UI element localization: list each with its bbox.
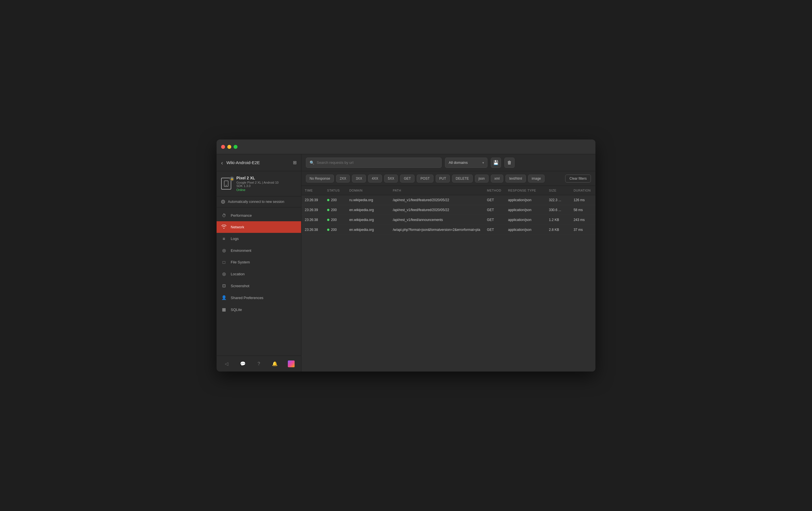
cell-domain: en.wikipedia.org (346, 205, 389, 215)
maximize-button[interactable] (234, 145, 237, 149)
cell-status: 200 (324, 225, 346, 235)
filter-put[interactable]: PUT (436, 174, 450, 183)
cell-time: 23:26:38 (301, 225, 324, 235)
device-lock-badge: 🔒 (230, 177, 234, 181)
content-toolbar: 🔍 All domains ru.wikipedia.org en.wikipe… (301, 154, 596, 171)
search-icon: 🔍 (310, 160, 314, 165)
device-model: Google Pixel 2 XL | Android 10 (236, 181, 297, 184)
device-name: Pixel 2 XL (236, 176, 297, 180)
sidebar-search-icon[interactable]: ⊞ (293, 160, 297, 165)
status-indicator (327, 209, 329, 211)
bell-icon[interactable]: 🔔 (270, 359, 279, 368)
main-layout: ‹ Wiki-Android-E2E ⊞ 🔒 Pixel 2 XL (216, 154, 596, 372)
sidebar-item-network[interactable]: Network (216, 221, 301, 233)
filter-5xx[interactable]: 5XX (384, 174, 398, 183)
cell-size: 1.2 KB (546, 215, 570, 225)
sidebar-item-environment[interactable]: ◎ Environment (216, 244, 301, 257)
sidebar-item-label-network: Network (231, 225, 244, 229)
sidebar-item-label-performance: Performance (231, 213, 252, 218)
sidebar-item-logs[interactable]: ≡ Logs (216, 233, 301, 244)
app-window: ‹ Wiki-Android-E2E ⊞ 🔒 Pixel 2 XL (216, 139, 596, 372)
search-input[interactable] (317, 160, 438, 165)
sidebar-item-label-sqlite: SQLite (231, 307, 242, 312)
filter-label-json: json (478, 177, 485, 181)
filter-label-get: GET (404, 177, 411, 181)
cell-duration: 37 ms (570, 225, 596, 235)
cell-path: /w/api.php?format=json&formatversion=2&e… (389, 225, 484, 235)
cell-domain: ru.wikipedia.org (346, 195, 389, 205)
table-row[interactable]: 23:26:38 200 en.wikipedia.org /api/rest_… (301, 215, 596, 225)
filter-3xx[interactable]: 3XX (352, 174, 366, 183)
sidebar-item-label-logs: Logs (231, 237, 239, 241)
filter-delete[interactable]: DELETE (452, 174, 473, 183)
status-indicator (327, 199, 329, 201)
sidebar-item-shared-preferences[interactable]: 👤 Shared Preferences (216, 292, 301, 304)
sidebar-item-location[interactable]: ◎ Location (216, 268, 301, 280)
filter-label-3xx: 3XX (356, 177, 362, 181)
col-header-size: SIZE (546, 186, 570, 195)
filter-text-html[interactable]: text/html (505, 174, 526, 183)
cell-method: GET (484, 215, 505, 225)
help-icon[interactable]: ? (256, 360, 262, 368)
logs-icon: ≡ (221, 236, 227, 241)
cell-method: GET (484, 225, 505, 235)
svg-point-1 (226, 185, 227, 186)
table-row[interactable]: 23:26:39 200 en.wikipedia.org /api/rest_… (301, 205, 596, 215)
collapse-icon[interactable]: ◁ (223, 359, 230, 368)
cell-response-type: application/json (505, 195, 546, 205)
sidebar-item-screenshot[interactable]: ⊡ Screenshot (216, 280, 301, 292)
filter-get[interactable]: GET (400, 174, 414, 183)
table-row[interactable]: 23:26:38 200 en.wikipedia.org /w/api.php… (301, 225, 596, 235)
save-button[interactable]: 💾 (491, 158, 501, 168)
close-button[interactable] (221, 145, 225, 149)
sidebar-item-filesystem[interactable]: □ File System (216, 257, 301, 268)
device-info: 🔒 Pixel 2 XL Google Pixel 2 XL | Android… (216, 171, 301, 196)
cell-domain: en.wikipedia.org (346, 225, 389, 235)
domain-wrapper: All domains ru.wikipedia.org en.wikipedi… (445, 158, 487, 168)
table-row[interactable]: 23:26:39 200 ru.wikipedia.org /api/rest_… (301, 195, 596, 205)
chat-icon[interactable]: 💬 (238, 359, 248, 368)
filter-4xx[interactable]: 4XX (368, 174, 382, 183)
filter-2xx[interactable]: 2XX (336, 174, 350, 183)
sqlite-icon: ▦ (221, 307, 227, 312)
domain-select[interactable]: All domains ru.wikipedia.org en.wikipedi… (445, 158, 487, 168)
back-button[interactable]: ‹ (221, 160, 223, 165)
status-indicator (327, 219, 329, 221)
delete-button[interactable]: 🗑 (504, 158, 515, 168)
filter-label-xml: xml (494, 177, 500, 181)
requests-table-container: TIME STATUS DOMAIN PATH METHOD RESPONSE … (301, 186, 596, 372)
sidebar-footer: ◁ 💬 ? 🔔 (216, 356, 301, 372)
col-header-time: TIME (301, 186, 324, 195)
pixel-icon[interactable] (288, 360, 295, 367)
table-header-row: TIME STATUS DOMAIN PATH METHOD RESPONSE … (301, 186, 596, 195)
cell-method: GET (484, 195, 505, 205)
location-icon: ◎ (221, 271, 227, 276)
filter-image[interactable]: image (528, 174, 545, 183)
sidebar: ‹ Wiki-Android-E2E ⊞ 🔒 Pixel 2 XL (216, 154, 301, 372)
filter-label-image: image (532, 177, 541, 181)
sidebar-item-performance[interactable]: ⏱ Performance (216, 210, 301, 221)
sidebar-header: ‹ Wiki-Android-E2E ⊞ (216, 154, 301, 171)
minimize-button[interactable] (227, 145, 231, 149)
filter-label-text-html: text/html (509, 177, 522, 181)
filter-post[interactable]: POST (417, 174, 433, 183)
auto-connect-toggle[interactable] (221, 200, 225, 204)
cell-duration: 58 ms (570, 205, 596, 215)
filter-label-post: POST (420, 177, 430, 181)
search-box[interactable]: 🔍 (306, 158, 442, 168)
filter-label-delete: DELETE (456, 177, 469, 181)
sidebar-item-sqlite[interactable]: ▦ SQLite (216, 304, 301, 316)
status-indicator (327, 228, 329, 231)
nav-items: ⏱ Performance Network ≡ (216, 207, 301, 356)
cell-time: 23:26:38 (301, 215, 324, 225)
filter-xml[interactable]: xml (491, 174, 503, 183)
device-icon-wrapper: 🔒 (221, 178, 233, 190)
filter-json[interactable]: json (475, 174, 489, 183)
shared-prefs-icon: 👤 (221, 295, 227, 300)
filter-label-4xx: 4XX (372, 177, 378, 181)
cell-size: 322.3 ... (546, 195, 570, 205)
cell-status: 200 (324, 195, 346, 205)
clear-filters-button[interactable]: Clear filters (565, 174, 591, 183)
filter-no-response[interactable]: No Response (306, 174, 334, 183)
save-icon: 💾 (493, 160, 499, 165)
